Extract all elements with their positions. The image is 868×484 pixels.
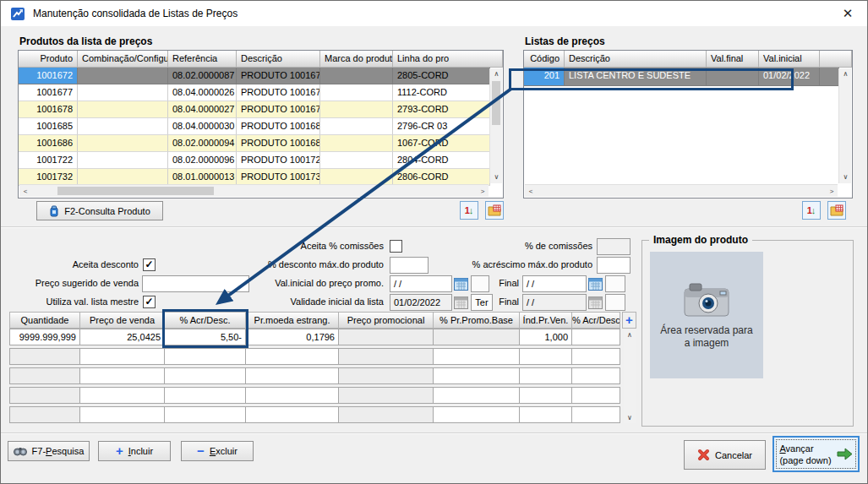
table-row[interactable]: 1001677 08.04.0000026 PRODUTO 1001677 11…: [19, 84, 490, 101]
cell-quantidade[interactable]: [9, 406, 80, 423]
cell-ind-pr-ven[interactable]: 1,000: [520, 329, 572, 345]
scroll-down-icon[interactable]: ∨: [624, 413, 636, 423]
cell-preco-venda[interactable]: [80, 406, 165, 423]
cell-preco-venda[interactable]: [80, 348, 165, 365]
cell-quantidade[interactable]: [9, 367, 80, 384]
table-row[interactable]: 1001672 08.02.0000087 PRODUTO 1001672 28…: [19, 68, 490, 84]
scroll-down-icon[interactable]: ∨: [839, 171, 852, 183]
aceita-comissoes-checkbox[interactable]: [390, 240, 402, 253]
lists-horizontal-scrollbar[interactable]: < >: [525, 184, 838, 197]
col-combinacao[interactable]: Combinação/Configuração: [78, 51, 168, 68]
cell-preco-promocional[interactable]: [339, 329, 434, 345]
cell-preco-venda[interactable]: [80, 387, 165, 404]
grid-row-empty[interactable]: [9, 406, 620, 423]
col-descricao[interactable]: Descrição: [565, 51, 707, 68]
f7-pesquisa-button[interactable]: F7-Pesquisa: [8, 441, 90, 461]
cell-pr-promo-base[interactable]: [434, 367, 520, 384]
cell-quantidade[interactable]: 9999.999,999: [9, 329, 80, 345]
cell-ind-pr-ven[interactable]: [520, 406, 572, 423]
col-descricao[interactable]: Descrição: [237, 51, 320, 68]
col-codigo[interactable]: Código: [524, 51, 565, 68]
col-val-final[interactable]: Val.final: [707, 51, 759, 68]
sort-order-button[interactable]: 1 ↓: [460, 201, 478, 220]
val-inicial-promo-field[interactable]: / /: [390, 275, 452, 292]
col-produto[interactable]: Produto: [19, 51, 78, 68]
export-grid-button[interactable]: [827, 201, 846, 220]
calendar-icon[interactable]: [588, 277, 603, 291]
cell-pr-promo-base[interactable]: [434, 329, 520, 345]
scroll-up-icon[interactable]: ∧: [490, 68, 503, 80]
table-row[interactable]: 1001678 08.04.0000027 PRODUTO 1001678 27…: [19, 101, 490, 118]
cell-acr-desc[interactable]: [165, 406, 246, 423]
cell-preco-promocional[interactable]: [339, 406, 434, 423]
lists-vertical-scrollbar[interactable]: ∧ ∨: [838, 68, 851, 183]
cell-ind-pr-ven[interactable]: [520, 387, 572, 404]
cell-moeda-estrang[interactable]: [246, 387, 339, 404]
cell-acr-desc[interactable]: [165, 367, 246, 384]
scroll-thumb[interactable]: [57, 187, 214, 195]
utiliza-val-mestre-checkbox[interactable]: ✓: [143, 296, 156, 308]
grid-row[interactable]: 9999.999,999 25,0425 5,50- 0,1796 1,000: [9, 329, 620, 345]
desconto-max-field[interactable]: [390, 257, 429, 274]
cell-acr-desc-2[interactable]: [572, 387, 620, 404]
f2-consulta-produto-button[interactable]: F2-Consulta Produto: [36, 201, 163, 220]
grid-row-empty[interactable]: [9, 367, 620, 384]
grid-vertical-scrollbar[interactable]: ∧ ∨: [624, 330, 636, 423]
cell-acr-desc-2[interactable]: [572, 406, 620, 423]
grid-row-empty[interactable]: [9, 348, 620, 365]
cell-acr-desc[interactable]: 5,50-: [165, 329, 246, 345]
cell-quantidade[interactable]: [9, 348, 80, 365]
products-horizontal-scrollbar[interactable]: < >: [19, 184, 489, 197]
cell-acr-desc-2[interactable]: [572, 329, 620, 345]
scroll-up-icon[interactable]: ∧: [839, 68, 852, 80]
cell-preco-promocional[interactable]: [339, 367, 434, 384]
table-row[interactable]: 1001732 08.01.0000013 PRODUTO 1001732 28…: [19, 169, 490, 186]
scroll-right-icon[interactable]: >: [477, 185, 489, 198]
excluir-button[interactable]: − Excluir: [181, 441, 254, 461]
scroll-right-icon[interactable]: >: [826, 185, 838, 198]
cell-acr-desc-2[interactable]: [572, 367, 620, 384]
cell-acr-desc-2[interactable]: [572, 348, 620, 365]
col-val-inicial[interactable]: Val.inicial: [759, 51, 820, 68]
cell-preco-promocional[interactable]: [339, 348, 434, 365]
add-row-button[interactable]: +: [622, 312, 636, 329]
incluir-button[interactable]: + Incluir: [98, 441, 171, 461]
cell-pr-promo-base[interactable]: [434, 406, 520, 423]
scroll-thumb[interactable]: [492, 81, 500, 125]
export-grid-button[interactable]: [485, 201, 504, 220]
cell-moeda-estrang[interactable]: [246, 348, 339, 365]
scroll-left-icon[interactable]: <: [525, 185, 537, 198]
table-row[interactable]: 201 LISTA CENTRO E SUDESTE 01/02/2022: [524, 68, 839, 86]
cell-preco-venda[interactable]: [80, 367, 165, 384]
scroll-down-icon[interactable]: ∨: [490, 171, 503, 183]
grid-row-empty[interactable]: [9, 387, 620, 404]
scroll-left-icon[interactable]: <: [19, 185, 31, 198]
cell-acr-desc[interactable]: [165, 387, 246, 404]
col-linha[interactable]: Linha do pro: [393, 51, 503, 68]
acrescimo-max-field[interactable]: [597, 257, 631, 274]
sort-order-button[interactable]: 1 ↓: [802, 201, 821, 220]
col-referencia[interactable]: Referência: [168, 51, 237, 68]
cell-pr-promo-base[interactable]: [434, 387, 520, 404]
aceita-desconto-checkbox[interactable]: ✓: [143, 258, 156, 271]
cell-moeda-estrang[interactable]: [246, 367, 339, 384]
cell-ind-pr-ven[interactable]: [520, 367, 572, 384]
table-row[interactable]: 1001685 08.04.0000030 PRODUTO 1001685 27…: [19, 118, 490, 135]
cell-ind-pr-ven[interactable]: [520, 348, 572, 365]
cell-moeda-estrang[interactable]: 0,1796: [246, 329, 339, 345]
scroll-up-icon[interactable]: ∧: [624, 330, 636, 340]
cancelar-button[interactable]: Cancelar: [684, 440, 766, 470]
cell-pr-promo-base[interactable]: [434, 348, 520, 365]
calendar-icon[interactable]: [454, 277, 468, 291]
cell-preco-promocional[interactable]: [339, 387, 434, 404]
final-promo-field[interactable]: / /: [522, 275, 587, 292]
table-row[interactable]: 1001686 08.02.0000094 PRODUTO 1001686 10…: [19, 135, 490, 152]
cell-preco-venda[interactable]: 25,0425: [80, 329, 165, 345]
avancar-button[interactable]: Avançar(page down): [772, 436, 860, 472]
cell-quantidade[interactable]: [9, 387, 80, 404]
col-marca[interactable]: Marca do produto: [320, 51, 393, 68]
cell-acr-desc[interactable]: [165, 348, 246, 365]
table-row[interactable]: 1001722 08.02.0000096 PRODUTO 1001722 28…: [19, 152, 490, 169]
cell-moeda-estrang[interactable]: [246, 406, 339, 423]
products-vertical-scrollbar[interactable]: ∧ ∨: [489, 68, 502, 183]
